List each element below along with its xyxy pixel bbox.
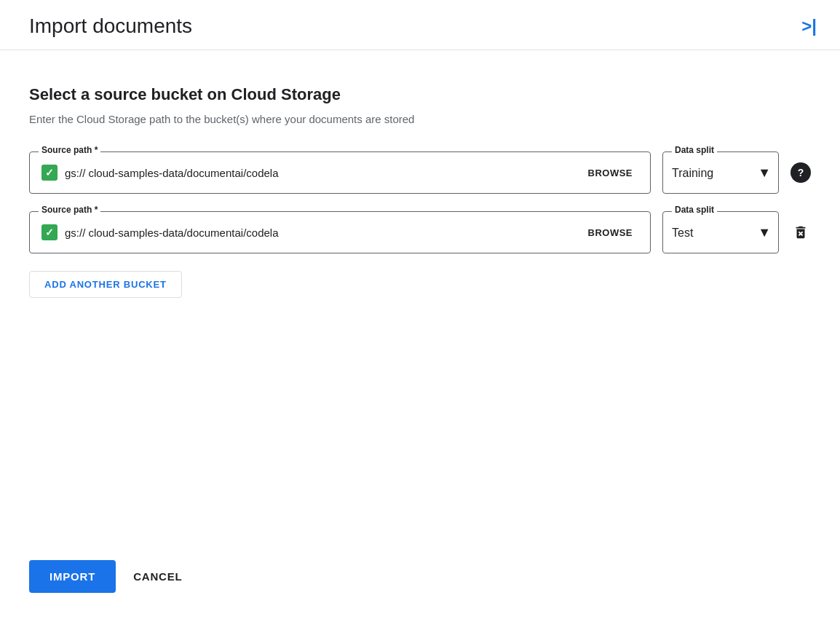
check-icon-1 <box>41 165 58 181</box>
dialog-body: Select a source bucket on Cloud Storage … <box>0 50 840 560</box>
dialog-title: Import documents <box>29 15 192 38</box>
browse-button-1[interactable]: BROWSE <box>582 165 639 181</box>
cancel-button[interactable]: CANCEL <box>133 570 182 583</box>
import-button[interactable]: IMPORT <box>29 560 116 593</box>
import-documents-dialog: Import documents >| Select a source buck… <box>0 0 840 622</box>
source-path-group-2: Source path * gs:// cloud-samples-data/d… <box>29 211 651 253</box>
collapse-icon[interactable]: >| <box>801 16 817 36</box>
dialog-header: Import documents >| <box>0 0 840 50</box>
section-title: Select a source bucket on Cloud Storage <box>29 85 811 104</box>
browse-button-2[interactable]: BROWSE <box>582 224 639 241</box>
delete-icon[interactable] <box>791 222 811 243</box>
dialog-actions: IMPORT CANCEL <box>0 560 840 622</box>
data-split-group-2: Data split Training Test Unassigned ▼ <box>662 211 779 253</box>
data-split-select-2[interactable]: Training Test Unassigned <box>672 227 769 239</box>
check-icon-2 <box>41 224 58 240</box>
data-split-group-1: Data split Training Test Unassigned ▼ <box>662 151 779 194</box>
path-text-1: gs:// cloud-samples-data/documentai/code… <box>65 167 582 179</box>
source-path-label-2: Source path * <box>39 205 100 215</box>
section-description: Enter the Cloud Storage path to the buck… <box>29 113 811 125</box>
bucket-row: Source path * gs:// cloud-samples-data/d… <box>29 151 811 194</box>
data-split-label-2: Data split <box>672 205 717 215</box>
data-split-select-1[interactable]: Training Test Unassigned <box>672 167 769 179</box>
path-text-2: gs:// cloud-samples-data/documentai/code… <box>65 227 582 239</box>
bucket-row-2: Source path * gs:// cloud-samples-data/d… <box>29 211 811 253</box>
source-path-group-1: Source path * gs:// cloud-samples-data/d… <box>29 151 651 194</box>
data-split-label-1: Data split <box>672 145 717 155</box>
help-icon[interactable]: ? <box>791 162 811 183</box>
add-another-bucket-button[interactable]: ADD ANOTHER BUCKET <box>29 271 182 298</box>
source-path-label-1: Source path * <box>39 145 100 155</box>
